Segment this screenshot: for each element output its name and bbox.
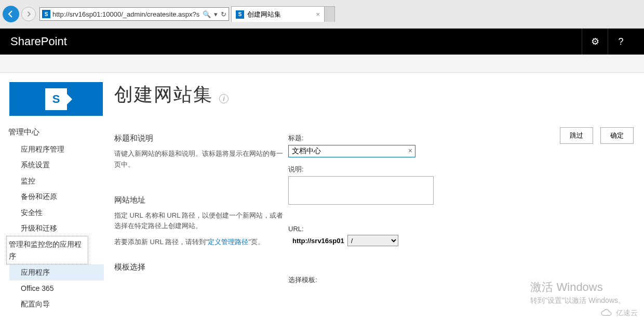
section-body: 指定 URL 名称和 URL 路径，以便创建一个新网站，或者选择在特定路径上创建…: [114, 210, 288, 232]
nav-item-wizard[interactable]: 配置向导: [9, 296, 104, 312]
activation-title: 激活 Windows: [530, 279, 625, 295]
ok-button[interactable]: 确定: [600, 127, 634, 144]
sharepoint-logo-icon: S: [45, 88, 67, 110]
title-input-wrap: ×: [288, 145, 415, 157]
sharepoint-logo-tile[interactable]: S: [9, 82, 103, 116]
addr-dropdown-icon[interactable]: ▾: [214, 10, 218, 18]
section-title-desc: 标题和说明 请键入新网站的标题和说明。该标题将显示在网站的每一页中。: [114, 134, 288, 170]
tab-bar: S 创建网站集 ×: [231, 6, 335, 22]
help-icon: ?: [618, 36, 623, 47]
sidebar: S 管理中心 应用程序管理 系统设置 监控 备份和还原 安全性 升级和迁移 管理…: [0, 73, 104, 320]
url-prefix: http://srv16sp01: [288, 237, 344, 245]
brand-label: SharePoint: [10, 35, 67, 48]
nav-item-security[interactable]: 安全性: [9, 205, 104, 220]
back-button[interactable]: [3, 6, 19, 22]
text-pre: 若要添加新 URL 路径，请转到": [114, 238, 208, 246]
url-text: http://srv16sp01:10000/_admin/createsite…: [52, 10, 203, 18]
field-description: 说明:: [288, 165, 644, 206]
suite-actions: ⚙ ?: [582, 29, 634, 55]
url-label: URL:: [288, 225, 644, 233]
field-url: URL: http://srv16sp01 /: [288, 225, 644, 246]
forward-button[interactable]: [21, 7, 36, 21]
text-post: "页。: [248, 238, 264, 246]
browser-tab[interactable]: S 创建网站集 ×: [231, 6, 325, 22]
action-buttons: 跳过 确定: [560, 127, 634, 144]
nav-item-apps[interactable]: 应用程序: [9, 264, 104, 280]
manage-paths-link[interactable]: 定义管理路径: [208, 238, 248, 246]
clear-input-icon[interactable]: ×: [408, 146, 412, 155]
tab-favicon: S: [236, 10, 244, 19]
info-icon[interactable]: i: [219, 94, 229, 103]
desc-label: 说明:: [288, 165, 644, 174]
form-sections: 标题和说明 请键入新网站的标题和说明。该标题将显示在网站的每一页中。 网站地址 …: [114, 134, 288, 292]
skip-button[interactable]: 跳过: [560, 127, 593, 144]
search-icon[interactable]: 🔍: [203, 10, 211, 18]
suite-bar: SharePoint ⚙ ?: [0, 29, 644, 55]
nav-item-upgrade[interactable]: 升级和迁移: [9, 220, 104, 236]
nav-list: 应用程序管理 系统设置 监控 备份和还原 安全性 升级和迁移 管理和监控您的应用…: [9, 141, 104, 312]
desc-textarea[interactable]: [288, 176, 434, 205]
cloud-watermark: 亿速云: [599, 309, 638, 318]
nav-item-manage-apps[interactable]: 管理和监控您的应用程序: [6, 236, 88, 264]
gear-icon: ⚙: [591, 36, 599, 47]
close-tab-icon[interactable]: ×: [316, 10, 320, 18]
arrow-left-icon: [7, 10, 15, 18]
form-fields: 标题: × 说明: URL: http://srv16sp01 /: [288, 134, 644, 292]
page-title-row: 创建网站集 i: [114, 82, 644, 108]
nav-header[interactable]: 管理中心: [8, 127, 104, 137]
page-title: 创建网站集: [114, 82, 213, 108]
nav-item-app-mgmt[interactable]: 应用程序管理: [9, 141, 104, 157]
browser-chrome: S http://srv16sp01:10000/_admin/createsi…: [0, 0, 644, 29]
nav-item-backup[interactable]: 备份和还原: [9, 189, 104, 204]
arrow-right-icon: [25, 11, 32, 17]
nav-item-office365[interactable]: Office 365: [9, 281, 104, 296]
address-bar[interactable]: S http://srv16sp01:10000/_admin/createsi…: [39, 7, 229, 21]
title-input[interactable]: [288, 145, 415, 157]
settings-button[interactable]: ⚙: [582, 29, 608, 55]
help-button[interactable]: ?: [608, 29, 634, 55]
section-template: 模板选择: [114, 262, 288, 272]
section-header: 模板选择: [114, 262, 288, 272]
url-path-select[interactable]: /: [347, 235, 398, 246]
windows-activation-watermark: 激活 Windows 转到"设置"以激活 Windows。: [530, 279, 625, 305]
browser-nav-buttons: [0, 6, 37, 22]
refresh-icon[interactable]: ↻: [221, 10, 226, 18]
activation-sub: 转到"设置"以激活 Windows。: [530, 296, 625, 305]
cloud-icon: [599, 309, 614, 318]
section-body: 请键入新网站的标题和说明。该标题将显示在网站的每一页中。: [114, 149, 288, 170]
form-area: 标题和说明 请键入新网站的标题和说明。该标题将显示在网站的每一页中。 网站地址 …: [114, 134, 644, 292]
address-controls: 🔍 ▾ ↻: [203, 10, 226, 18]
section-header: 网站地址: [114, 195, 288, 205]
tab-title: 创建网站集: [247, 10, 281, 19]
nav-item-monitor[interactable]: 监控: [9, 173, 104, 189]
nav-item-system[interactable]: 系统设置: [9, 157, 104, 172]
section-site-address: 网站地址 指定 URL 名称和 URL 路径，以便创建一个新网站，或者选择在特定…: [114, 195, 288, 248]
cloud-text: 亿速云: [616, 309, 638, 318]
ribbon-placeholder: [0, 55, 644, 73]
section-header: 标题和说明: [114, 134, 288, 143]
section-body-2: 若要添加新 URL 路径，请转到"定义管理路径"页。: [114, 237, 288, 248]
new-tab-button[interactable]: [325, 6, 335, 22]
url-row: http://srv16sp01 /: [288, 235, 644, 246]
site-icon: S: [42, 10, 50, 18]
